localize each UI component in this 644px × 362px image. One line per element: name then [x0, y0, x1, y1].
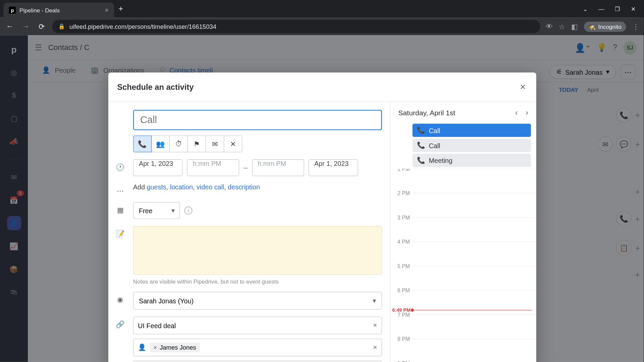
- link-icon: 🔗: [114, 317, 127, 329]
- add-description-link[interactable]: description: [228, 183, 260, 191]
- linked-deal-input[interactable]: UI Feed deal ×: [133, 317, 382, 335]
- person-chip: ×James Jones: [150, 343, 200, 353]
- type-call-button[interactable]: 📞: [133, 136, 152, 153]
- clear-person-icon[interactable]: ×: [373, 344, 377, 352]
- activity-type-group: 📞 👥 ⏱ ⚑ ✉ ✕: [133, 136, 382, 153]
- info-icon[interactable]: i: [184, 207, 193, 215]
- close-window-icon[interactable]: ✕: [631, 5, 636, 12]
- linked-person-input[interactable]: 👤 ×James Jones ×: [133, 339, 382, 357]
- calendar-event[interactable]: 📞Call: [413, 139, 531, 152]
- calendar-event-selected[interactable]: 📞Call: [413, 124, 531, 137]
- next-day-icon[interactable]: ›: [526, 108, 528, 118]
- calendar-grid[interactable]: 1 PM2 PM3 PM4 PM5 PM6 PM7 PM8 PM9 PM10 P…: [390, 169, 536, 362]
- lock-icon: 🔒: [58, 23, 65, 29]
- end-time-input[interactable]: h:mm PM: [252, 160, 304, 176]
- activity-subject-input[interactable]: [133, 110, 382, 130]
- phone-icon: 📞: [417, 126, 425, 134]
- tab-title: Pipeline - Deals: [19, 7, 60, 13]
- chevron-down-icon[interactable]: ⌄: [583, 5, 588, 12]
- url-input[interactable]: 🔒 uifeed.pipedrive.com/persons/timeline/…: [52, 20, 540, 33]
- add-location-link[interactable]: location: [170, 183, 193, 191]
- busy-icon: ▦: [114, 202, 127, 215]
- browser-tab[interactable]: p Pipeline - Deals ×: [4, 3, 114, 18]
- add-options: Add guests, location, video call, descri…: [133, 183, 382, 191]
- back-button[interactable]: ←: [4, 21, 15, 32]
- end-date-input[interactable]: Apr 1, 2023: [309, 160, 358, 176]
- type-task-button[interactable]: ⏱: [169, 136, 188, 153]
- note-icon: 📝: [114, 226, 127, 238]
- phone-icon: 📞: [417, 141, 425, 149]
- favicon: p: [9, 7, 16, 14]
- prev-day-icon[interactable]: ‹: [515, 108, 518, 118]
- extension-icon[interactable]: ◧: [571, 22, 578, 31]
- phone-icon: 📞: [417, 157, 425, 165]
- incognito-badge: 🕵 Incognito: [584, 21, 626, 32]
- tab-close-icon[interactable]: ×: [105, 6, 109, 14]
- eye-off-icon[interactable]: 👁: [546, 22, 553, 31]
- calendar-event[interactable]: 📞Meeting: [413, 154, 531, 167]
- add-video-link[interactable]: video call: [197, 183, 224, 191]
- owner-icon: ◉: [114, 292, 127, 304]
- minimize-icon[interactable]: ―: [599, 5, 604, 12]
- schedule-activity-modal: Schedule an activity × 📞 👥 ⏱ ⚑: [108, 72, 536, 362]
- calendar-date: Saturday, April 1st: [398, 109, 455, 117]
- type-email-button[interactable]: ✉: [206, 136, 224, 153]
- maximize-icon[interactable]: ❐: [615, 5, 620, 12]
- start-time-input[interactable]: h:mm PM: [187, 160, 239, 176]
- type-lunch-button[interactable]: ✕: [224, 136, 242, 153]
- remove-chip-icon[interactable]: ×: [153, 344, 157, 351]
- notes-hint: Notes are visible within Pipedrive, but …: [133, 278, 382, 285]
- availability-select[interactable]: Free: [133, 202, 180, 219]
- more-icon: ⋯: [114, 183, 127, 195]
- remove-deal-icon[interactable]: ×: [373, 322, 377, 330]
- modal-title: Schedule an activity: [117, 82, 194, 92]
- forward-button[interactable]: →: [20, 21, 31, 32]
- start-date-input[interactable]: Apr 1, 2023: [133, 160, 183, 176]
- star-icon[interactable]: ☆: [559, 22, 565, 31]
- notes-textarea[interactable]: [133, 226, 382, 275]
- incognito-icon: 🕵: [589, 23, 596, 30]
- close-modal-icon[interactable]: ×: [518, 79, 527, 95]
- add-guests-link[interactable]: guests: [147, 183, 166, 191]
- clock-icon: 🕐: [114, 160, 127, 172]
- reload-button[interactable]: ⟳: [36, 21, 47, 32]
- owner-select[interactable]: Sarah Jonas (You): [133, 292, 382, 310]
- person-icon: 👤: [138, 344, 146, 352]
- new-tab-button[interactable]: +: [118, 4, 123, 14]
- url-text: uifeed.pipedrive.com/persons/timeline/us…: [69, 23, 216, 30]
- kebab-menu-icon[interactable]: ⋮: [632, 22, 639, 31]
- type-meeting-button[interactable]: 👥: [151, 136, 170, 153]
- address-bar: ← → ⟳ 🔒 uifeed.pipedrive.com/persons/tim…: [0, 18, 644, 36]
- browser-titlebar: p Pipeline - Deals × + ⌄ ― ❐ ✕: [0, 0, 644, 18]
- type-deadline-button[interactable]: ⚑: [187, 136, 206, 153]
